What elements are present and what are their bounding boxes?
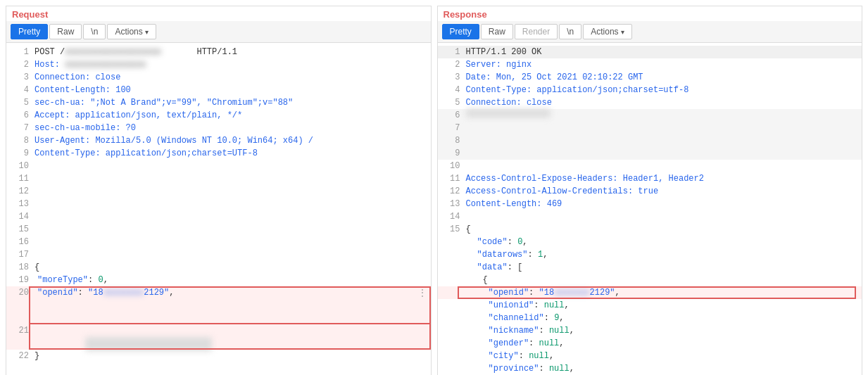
response-line-20: "openid": "18xxxxxxx2129", bbox=[438, 286, 862, 299]
main-container: Request Pretty Raw \n Actions ▾ 1 POST /… bbox=[0, 0, 868, 375]
request-line-18: 18 { bbox=[6, 261, 431, 274]
request-pretty-btn[interactable]: Pretty bbox=[11, 24, 48, 39]
request-line-8: 8 User-Agent: Mozilla/5.0 (Windows NT 10… bbox=[6, 134, 431, 147]
response-title: Response bbox=[438, 6, 862, 21]
request-n-btn[interactable]: \n bbox=[83, 24, 106, 39]
response-line-9: 9 bbox=[438, 147, 862, 160]
response-line-24: "gender": null, bbox=[438, 337, 862, 350]
response-line-26: "province": null, bbox=[438, 362, 862, 375]
response-actions-label: Actions bbox=[591, 27, 618, 37]
response-line-22: "channelid": 9, bbox=[438, 312, 862, 324]
request-actions-chevron: ▾ bbox=[145, 28, 149, 36]
request-toolbar: Pretty Raw \n Actions ▾ bbox=[6, 21, 431, 43]
response-line-12: 12 Access-Control-Allow-Credentials: tru… bbox=[438, 185, 862, 198]
request-line-2: 2 Host: xxxxxxxxxxxxxxxx bbox=[6, 58, 431, 71]
request-line-9: 9 Content-Type: application/json;charset… bbox=[6, 147, 431, 160]
request-raw-btn[interactable]: Raw bbox=[49, 24, 82, 39]
request-line-10: 10 bbox=[6, 160, 431, 172]
response-line-10: 10 bbox=[438, 160, 862, 172]
response-line-2: 2 Server: nginx bbox=[438, 58, 862, 71]
response-actions-btn[interactable]: Actions ▾ bbox=[583, 24, 631, 39]
request-line-19: 19 "moreType": 0, bbox=[6, 274, 431, 286]
response-line-3: 3 Date: Mon, 25 Oct 2021 02:10:22 GMT bbox=[438, 71, 862, 84]
response-line-16: "code": 0, bbox=[438, 236, 862, 248]
request-line-12: 12 bbox=[6, 185, 431, 198]
request-line-11: 11 bbox=[6, 172, 431, 185]
request-line-20: 20 "openid": "18xxxxxxxx2129", ⋮ bbox=[6, 286, 431, 324]
response-line-13: 13 Content-Length: 469 bbox=[438, 198, 862, 210]
request-line-21: 21 bbox=[6, 324, 431, 350]
response-line-15: 15 { bbox=[438, 223, 862, 236]
response-line-18: "data": [ bbox=[438, 261, 862, 274]
request-line-5: 5 sec-ch-ua: ";Not A Brand";v="99", "Chr… bbox=[6, 96, 431, 109]
response-line-14: 14 bbox=[438, 210, 862, 223]
request-line-1: 1 POST /xxxxxxxxxxxxxxxxxxx HTTP/1.1 bbox=[6, 46, 431, 58]
response-line-5: 5 Connection: close bbox=[438, 96, 862, 109]
response-pretty-btn[interactable]: Pretty bbox=[442, 24, 479, 39]
response-render-btn[interactable]: Render bbox=[515, 24, 558, 39]
request-line-13: 13 bbox=[6, 198, 431, 210]
request-line-17: 17 bbox=[6, 248, 431, 261]
request-panel: Request Pretty Raw \n Actions ▾ 1 POST /… bbox=[6, 6, 432, 375]
response-panel: Response Pretty Raw Render \n Actions ▾ … bbox=[437, 6, 863, 375]
response-raw-btn[interactable]: Raw bbox=[481, 24, 513, 39]
request-actions-label: Actions bbox=[115, 27, 142, 37]
request-line-3: 3 Connection: close bbox=[6, 71, 431, 84]
response-line-8: 8 bbox=[438, 134, 862, 147]
response-line-7: 7 bbox=[438, 122, 862, 134]
response-line-21: "unionid": null, bbox=[438, 299, 862, 312]
response-actions-chevron: ▾ bbox=[621, 28, 624, 36]
request-code-area: 1 POST /xxxxxxxxxxxxxxxxxxx HTTP/1.1 2 H… bbox=[6, 43, 431, 375]
response-line-11: 11 Access-Control-Expose-Headers: Header… bbox=[438, 172, 862, 185]
request-title: Request bbox=[6, 6, 431, 21]
response-n-btn[interactable]: \n bbox=[559, 24, 581, 39]
response-line-23: "nickname": null, bbox=[438, 324, 862, 337]
response-code-area: 1 HTTP/1.1 200 OK 2 Server: nginx 3 Date… bbox=[438, 43, 862, 375]
request-line-7: 7 sec-ch-ua-mobile: ?0 bbox=[6, 122, 431, 134]
request-actions-btn[interactable]: Actions ▾ bbox=[107, 24, 156, 39]
response-line-19: { bbox=[438, 274, 862, 286]
response-line-4: 4 Content-Type: application/json;charset… bbox=[438, 84, 862, 96]
response-line-6: 6 bbox=[438, 109, 862, 122]
request-line-6: 6 Accept: application/json, text/plain, … bbox=[6, 109, 431, 122]
request-line-15: 15 bbox=[6, 223, 431, 236]
response-line-1: 1 HTTP/1.1 200 OK bbox=[438, 46, 862, 58]
response-line-17: "datarows": 1, bbox=[438, 248, 862, 261]
response-line-25: "city": null, bbox=[438, 350, 862, 362]
response-toolbar: Pretty Raw Render \n Actions ▾ bbox=[438, 21, 862, 43]
request-line-4: 4 Content-Length: 100 bbox=[6, 84, 431, 96]
request-line-16: 16 bbox=[6, 236, 431, 248]
request-line-14: 14 bbox=[6, 210, 431, 223]
